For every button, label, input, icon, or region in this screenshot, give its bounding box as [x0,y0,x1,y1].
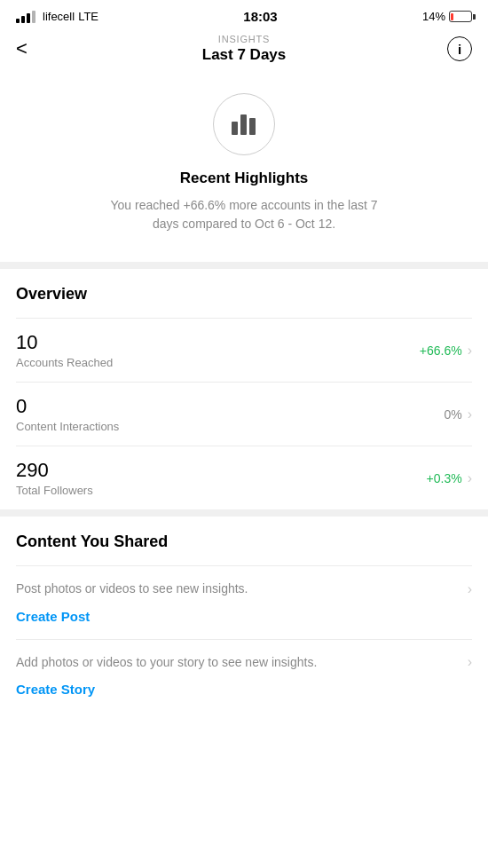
content-shared-section: Content You Shared Post photos or videos… [0,517,488,712]
create-story-row-inner: Add photos or videos to your story to se… [16,654,472,672]
total-followers-right: +0.3% › [427,470,472,486]
header: < INSIGHTS Last 7 Days i [0,29,488,72]
time-label: 18:03 [243,9,277,24]
chart-icon-container [213,93,275,155]
svg-rect-0 [232,122,238,135]
accounts-reached-change: +66.6% [420,343,462,358]
status-right: 14% [422,10,472,23]
content-interactions-label: Content Interactions [16,420,119,433]
bar-chart-icon [229,107,259,141]
chevron-right-icon-4: › [468,581,472,597]
svg-rect-1 [240,114,247,135]
content-interactions-value: 0 [16,395,119,418]
create-post-row: Post photos or videos to see new insight… [16,565,472,639]
status-left: lifecell LTE [16,10,98,23]
overview-section-title: Overview [16,285,472,304]
content-interactions-change: 0% [444,407,461,422]
battery-fill [451,13,453,20]
header-center: INSIGHTS Last 7 Days [202,34,287,64]
highlights-section: Recent Highlights You reached +66.6% mor… [0,72,488,269]
chevron-right-icon-2: › [468,406,472,422]
back-button[interactable]: < [16,37,48,60]
battery-icon [449,11,472,22]
content-interactions-row[interactable]: 0 Content Interactions 0% › [16,382,472,446]
create-post-link[interactable]: Create Post [16,609,90,624]
info-button[interactable]: i [447,36,472,61]
svg-rect-2 [249,118,256,135]
create-post-row-inner: Post photos or videos to see new insight… [16,580,472,598]
accounts-reached-right: +66.6% › [420,343,472,359]
accounts-reached-row[interactable]: 10 Accounts Reached +66.6% › [16,318,472,382]
accounts-reached-value: 10 [16,331,113,354]
status-bar: lifecell LTE 18:03 14% [0,0,488,29]
total-followers-value: 290 [16,459,93,482]
content-interactions-right: 0% › [444,406,472,422]
create-story-link[interactable]: Create Story [16,682,95,697]
network-label: LTE [78,10,98,23]
highlights-title: Recent Highlights [16,170,472,187]
content-interactions-left: 0 Content Interactions [16,395,119,433]
accounts-reached-label: Accounts Reached [16,356,113,369]
chevron-right-icon-3: › [468,470,472,486]
header-subtitle: INSIGHTS [202,34,287,44]
create-story-row: Add photos or videos to your story to se… [16,639,472,713]
total-followers-label: Total Followers [16,484,93,497]
chevron-right-icon: › [468,343,472,359]
content-shared-title: Content You Shared [16,533,472,551]
chevron-right-icon-5: › [468,654,472,670]
signal-bars-icon [16,11,35,23]
create-post-description: Post photos or videos to see new insight… [16,580,468,598]
create-story-description: Add photos or videos to your story to se… [16,654,468,672]
header-title: Last 7 Days [202,46,287,64]
battery-percent-label: 14% [422,10,445,23]
total-followers-change: +0.3% [427,471,462,485]
overview-section: Overview 10 Accounts Reached +66.6% › 0 … [0,269,488,517]
total-followers-row[interactable]: 290 Total Followers +0.3% › [16,446,472,509]
accounts-reached-left: 10 Accounts Reached [16,331,113,369]
total-followers-left: 290 Total Followers [16,459,93,497]
carrier-label: lifecell [43,10,75,23]
highlights-text: You reached +66.6% more accounts in the … [102,196,386,233]
